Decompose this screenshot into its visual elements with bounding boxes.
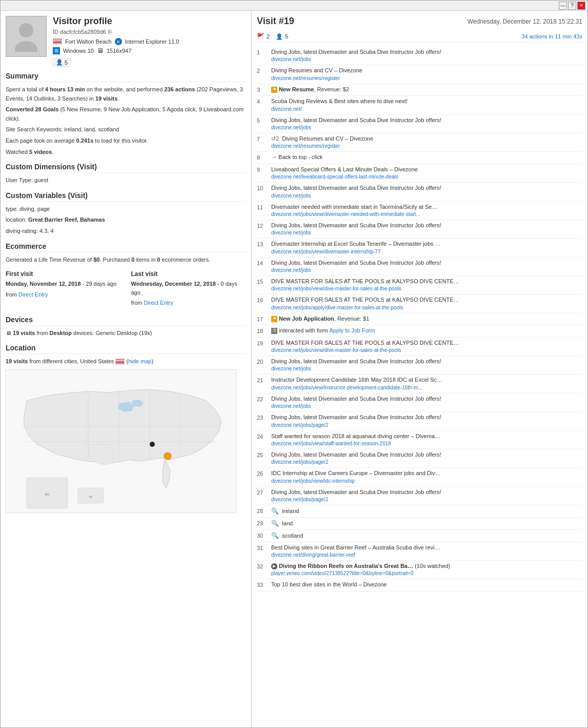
page-flag-icon: 🚩	[257, 33, 265, 40]
action-link[interactable]: divezone.net/jobs/page/2	[271, 422, 582, 429]
action-title: DIVE MASTER FOR SALES AT THE POOLS at KA…	[271, 278, 582, 285]
action-title: Divemaster Internship at Excel Scuba Ten…	[271, 240, 582, 248]
svg-point-0	[19, 23, 33, 37]
action-title: IDC Internship at Dive Careers Europe – …	[271, 469, 582, 477]
action-title: → Back to top - click	[271, 153, 582, 161]
action-number: 14	[257, 259, 271, 267]
action-item: 11Divemaster needed with immediate start…	[257, 202, 582, 220]
action-link[interactable]: divezone.net/jobs/apply/dive-master-for-…	[271, 304, 582, 311]
ecommerce-text: Generated a Life Time Revenue of $0. Pur…	[6, 255, 246, 265]
action-item: 2Diving Resumes and CV – Divezonedivezon…	[257, 65, 582, 84]
visitor-id: ID dacfcfcb5a2809d6	[53, 29, 106, 35]
visitor-profile-title: Visitor profile	[53, 16, 179, 27]
action-link[interactable]: divezone.net/resumes/register	[271, 75, 582, 82]
action-title: ⚑New Job Application, Revenue: $1	[271, 315, 582, 323]
action-link[interactable]: player.vimeo.com/video/27138522?title=0&…	[271, 570, 582, 577]
svg-point-10	[164, 452, 171, 460]
goal-icon: ⚑	[271, 87, 277, 93]
action-content: Diving Jobs, latest Divemaster and Scuba…	[271, 451, 582, 466]
goal-icon: ⚑	[271, 316, 277, 322]
last-visit-col: Last visit Wednesday, December 12, 2018 …	[131, 270, 247, 309]
action-title: DIVE MASTER FOR SALES AT THE POOLS at KA…	[271, 339, 582, 347]
help-button[interactable]: ?	[568, 2, 576, 10]
close-button[interactable]: ✕	[577, 2, 585, 10]
action-title: Diving Jobs, latest Divemaster and Scuba…	[271, 259, 582, 267]
action-title: Scuba Diving Reviews & Best sites where …	[271, 97, 582, 105]
action-title: Diving Jobs, latest Divemaster and Scuba…	[271, 451, 582, 459]
action-item: 30🔍 scotland	[257, 530, 582, 542]
action-link[interactable]: divezone.net/jobs	[271, 365, 582, 372]
action-item: 17⚑New Job Application, Revenue: $1	[257, 313, 582, 325]
action-link[interactable]: divezone.net/liveaboard-special-offers-l…	[271, 173, 582, 181]
action-number: 12	[257, 222, 271, 230]
action-link[interactable]: divezone.net/jobs/view/dive-master-for-s…	[271, 285, 582, 292]
devices-text: 🖥 19 visits from Desktop devices: Generi…	[6, 329, 246, 338]
first-visit-source[interactable]: Direct Entry	[18, 291, 48, 298]
users-stat-icon: 👤	[276, 33, 283, 40]
form-link[interactable]: Apply to Job Form	[329, 327, 375, 333]
action-item: 32▶Diving the Ribbon Reefs on Australia'…	[257, 561, 582, 579]
action-number: 8	[257, 153, 271, 162]
summary-title: Summary	[6, 72, 246, 82]
last-visit-source[interactable]: Direct Entry	[144, 300, 173, 306]
action-item: 10Diving Jobs, latest Divemaster and Scu…	[257, 183, 582, 201]
last-visit-from: from Direct Entry	[131, 299, 247, 307]
search-keywords: ireland, land, scotland	[64, 126, 119, 132]
copy-icon[interactable]: ⎘	[108, 29, 112, 35]
action-item: 8→ Back to top - click	[257, 152, 582, 164]
action-content: Diving Jobs, latest Divemaster and Scuba…	[271, 48, 582, 63]
action-content: Diving Jobs, latest Divemaster and Scuba…	[271, 358, 582, 372]
video-icon: ▶	[271, 563, 277, 569]
action-link[interactable]: divezone.net/jobs/view/divemaster-needed…	[271, 211, 582, 218]
visitor-browser: Internet Explorer 11.0	[125, 38, 179, 45]
action-link[interactable]: divezone.net/jobs/view/instructor-develo…	[271, 384, 582, 391]
visitor-os: Windows 10	[63, 48, 94, 54]
action-link[interactable]: divezone.net/jobs/page/2	[271, 496, 582, 503]
first-visit-date: Monday, November 12, 2018 - 29 days ago	[6, 280, 121, 288]
action-title: ☰interacted with form Apply to Job Form	[271, 327, 582, 335]
action-number: 2	[257, 67, 271, 75]
search-icon: 🔍	[271, 507, 280, 515]
visitor-city: Fort Walton Beach	[65, 38, 112, 45]
action-link[interactable]: divezone.net/jobs	[271, 229, 582, 237]
action-title: DIVE MASTER FOR SALES AT THE POOLS at KA…	[271, 296, 582, 304]
action-number: 17	[257, 315, 271, 323]
action-number: 18	[257, 327, 271, 335]
minimize-button[interactable]: —	[559, 2, 567, 10]
action-number: 7	[257, 135, 271, 143]
action-number: 5	[257, 116, 271, 125]
map-container: AK HI	[6, 369, 236, 513]
action-link[interactable]: divezone.net/	[271, 106, 582, 113]
action-number: 31	[257, 544, 271, 552]
action-link[interactable]: divezone.net/jobs	[271, 267, 582, 274]
hide-map-link[interactable]: hide map	[128, 358, 151, 364]
action-link[interactable]: divezone.net/jobs/view/staff-wanted-for-…	[271, 440, 582, 447]
search-icon: 🔍	[271, 520, 280, 527]
action-title: Diving Jobs, latest Divemaster and Scuba…	[271, 414, 582, 421]
action-link[interactable]: divezone.net/jobs	[271, 124, 582, 131]
action-link[interactable]: divezone.net/jobs/page/2	[271, 459, 582, 466]
action-link[interactable]: divezone.net/jobs	[271, 192, 582, 200]
visit-stats: 🚩 2 👤 5 34 actions in 11 min 43s	[257, 31, 582, 43]
action-link[interactable]: divezone.net/jobs/view/dive-master-for-s…	[271, 347, 582, 354]
action-number: 32	[257, 562, 271, 570]
action-link[interactable]: divezone.net/diving/great-barrier-reef	[271, 552, 582, 559]
action-link[interactable]: divezone.net/jobs	[271, 403, 582, 410]
action-number: 11	[257, 203, 271, 211]
action-link[interactable]: divezone.net/jobs/view/divemaster-intern…	[271, 248, 582, 255]
action-title: ▶Diving the Ribbon Reefs on Australia's …	[271, 562, 582, 570]
users-stat: 👤 5	[276, 33, 288, 40]
visitor-header: Visitor profile ID dacfcfcb5a2809d6 ⎘ Fo…	[6, 16, 246, 67]
us-flag-location-icon	[115, 359, 125, 365]
svg-text:HI: HI	[89, 495, 93, 499]
action-link[interactable]: divezone.net/resumes/register	[271, 143, 582, 150]
action-content: Staff wanted for season 2018 at aquanaut…	[271, 432, 582, 447]
action-link[interactable]: divezone.net/jobs/view/idc-internship	[271, 478, 582, 485]
devices-title: Devices	[6, 316, 246, 326]
action-item: 3⚑New Resume, Revenue: $2	[257, 84, 582, 96]
action-link[interactable]: divezone.net/jobs	[271, 56, 582, 63]
action-title: Diving Jobs, latest Divemaster and Scuba…	[271, 488, 582, 496]
action-content: Divemaster Internship at Excel Scuba Ten…	[271, 240, 582, 255]
action-content: Diving Jobs, latest Divemaster and Scuba…	[271, 488, 582, 503]
type-var: type: diving, page	[6, 205, 246, 214]
